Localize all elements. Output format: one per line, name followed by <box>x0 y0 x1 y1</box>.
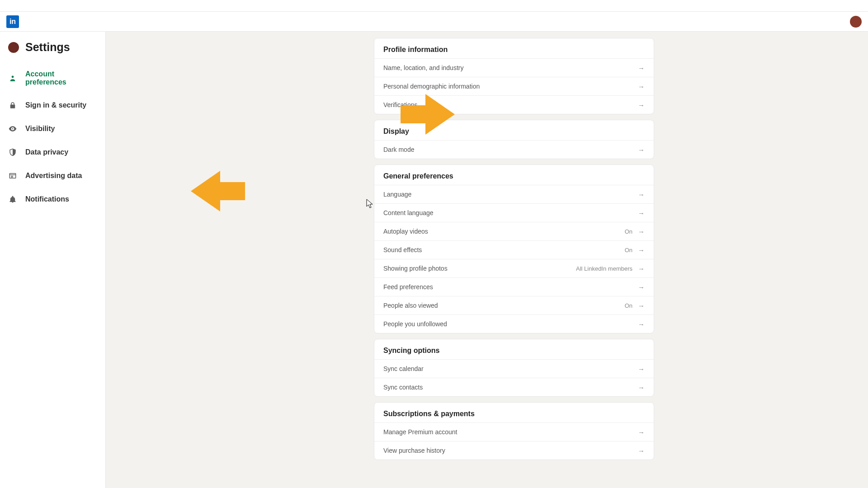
row-purchase-history[interactable]: View purchase history → <box>374 441 654 460</box>
sidebar-item-notifications[interactable]: Notifications <box>0 188 105 211</box>
row-label: View purchase history <box>383 447 445 454</box>
row-language[interactable]: Language → <box>374 185 654 203</box>
chevron-right-icon: → <box>638 366 645 372</box>
card-profile-information: Profile information Name, location, and … <box>374 38 654 114</box>
row-label: Autoplay videos <box>383 228 428 235</box>
row-label: Sync contacts <box>383 384 423 391</box>
bell-icon <box>8 195 17 204</box>
chevron-right-icon: → <box>638 284 645 291</box>
sidebar-item-label: Account preferences <box>25 70 97 86</box>
row-value: On <box>625 302 632 309</box>
chevron-right-icon: → <box>638 228 645 235</box>
card-general-preferences: General preferences Language → Content l… <box>374 164 654 333</box>
row-label: Language <box>383 191 411 198</box>
card-header: Display <box>374 120 654 140</box>
chevron-right-icon: → <box>638 65 645 71</box>
row-autoplay-videos[interactable]: Autoplay videos On→ <box>374 222 654 240</box>
row-name-location-industry[interactable]: Name, location, and industry → <box>374 58 654 77</box>
row-label: Content language <box>383 209 434 216</box>
row-personal-demographic[interactable]: Personal demographic information → <box>374 77 654 95</box>
mouse-cursor <box>366 199 373 209</box>
page-title: Settings <box>25 41 70 54</box>
chevron-right-icon: → <box>638 265 645 272</box>
linkedin-logo[interactable]: in <box>6 15 19 28</box>
shield-icon <box>8 148 17 157</box>
row-manage-premium[interactable]: Manage Premium account → <box>374 422 654 441</box>
sidebar-item-advertising-data[interactable]: Advertising data <box>0 164 105 188</box>
settings-content: Profile information Name, location, and … <box>374 32 654 483</box>
browser-chrome-spacer <box>0 0 868 12</box>
row-content-language[interactable]: Content language → <box>374 203 654 222</box>
row-value: On <box>625 228 632 235</box>
row-people-unfollowed[interactable]: People you unfollowed → <box>374 314 654 333</box>
chevron-right-icon: → <box>638 210 645 216</box>
chevron-right-icon: → <box>638 321 645 328</box>
settings-main: Profile information Name, location, and … <box>106 32 868 488</box>
row-value: On <box>625 247 632 253</box>
row-profile-photos[interactable]: Showing profile photos All LinkedIn memb… <box>374 259 654 277</box>
sidebar-item-label: Advertising data <box>25 172 82 180</box>
row-sound-effects[interactable]: Sound effects On→ <box>374 240 654 259</box>
row-verifications[interactable]: Verifications → <box>374 95 654 114</box>
row-feed-preferences[interactable]: Feed preferences → <box>374 277 654 296</box>
chevron-right-icon: → <box>638 102 645 108</box>
card-header: Syncing options <box>374 339 654 359</box>
row-label: Sync calendar <box>383 365 424 372</box>
chevron-right-icon: → <box>638 83 645 90</box>
sidebar-item-label: Visibility <box>25 125 55 133</box>
chevron-right-icon: → <box>638 447 645 454</box>
sidebar-item-signin-security[interactable]: Sign in & security <box>0 94 105 117</box>
card-display: Display Dark mode → <box>374 120 654 159</box>
card-header: Profile information <box>374 38 654 58</box>
card-header: Subscriptions & payments <box>374 403 654 422</box>
chevron-right-icon: → <box>638 302 645 309</box>
profile-avatar-top[interactable] <box>850 16 862 28</box>
annotation-arrow-left <box>191 171 245 211</box>
row-label: Name, location, and industry <box>383 64 463 71</box>
lock-icon <box>8 101 17 110</box>
card-subscriptions-payments: Subscriptions & payments Manage Premium … <box>374 402 654 460</box>
row-dark-mode[interactable]: Dark mode → <box>374 140 654 159</box>
top-nav: in <box>0 12 868 32</box>
sidebar-item-label: Data privacy <box>25 148 68 156</box>
eye-icon <box>8 124 17 133</box>
row-label: Sound effects <box>383 246 422 253</box>
chevron-right-icon: → <box>638 384 645 391</box>
row-label: Showing profile photos <box>383 265 448 272</box>
linkedin-logo-text: in <box>9 18 16 26</box>
card-syncing-options: Syncing options Sync calendar → Sync con… <box>374 339 654 397</box>
row-label: Verifications <box>383 101 417 108</box>
row-label: People you unfollowed <box>383 320 447 328</box>
row-sync-contacts[interactable]: Sync contacts → <box>374 378 654 396</box>
card-header: General preferences <box>374 165 654 185</box>
row-label: Feed preferences <box>383 283 433 291</box>
row-label: Manage Premium account <box>383 428 457 436</box>
chevron-right-icon: → <box>638 191 645 198</box>
chevron-right-icon: → <box>638 247 645 253</box>
chevron-right-icon: → <box>638 429 645 436</box>
settings-avatar <box>8 42 19 53</box>
chevron-right-icon: → <box>638 146 645 153</box>
row-value: All LinkedIn members <box>576 265 632 272</box>
person-icon <box>8 74 17 83</box>
sidebar-item-label: Notifications <box>25 195 69 203</box>
sidebar-item-visibility[interactable]: Visibility <box>0 117 105 141</box>
row-label: Personal demographic information <box>383 83 480 90</box>
row-sync-calendar[interactable]: Sync calendar → <box>374 359 654 378</box>
row-label: People also viewed <box>383 302 438 309</box>
settings-header: Settings <box>0 39 105 63</box>
sidebar-item-label: Sign in & security <box>25 101 86 109</box>
sidebar-item-data-privacy[interactable]: Data privacy <box>0 141 105 164</box>
svg-point-0 <box>12 76 14 78</box>
settings-sidebar: Settings Account preferences Sign in & s… <box>0 32 106 488</box>
sidebar-item-account-preferences[interactable]: Account preferences <box>0 63 105 94</box>
row-people-also-viewed[interactable]: People also viewed On→ <box>374 296 654 314</box>
row-label: Dark mode <box>383 146 414 153</box>
newspaper-icon <box>8 171 17 180</box>
